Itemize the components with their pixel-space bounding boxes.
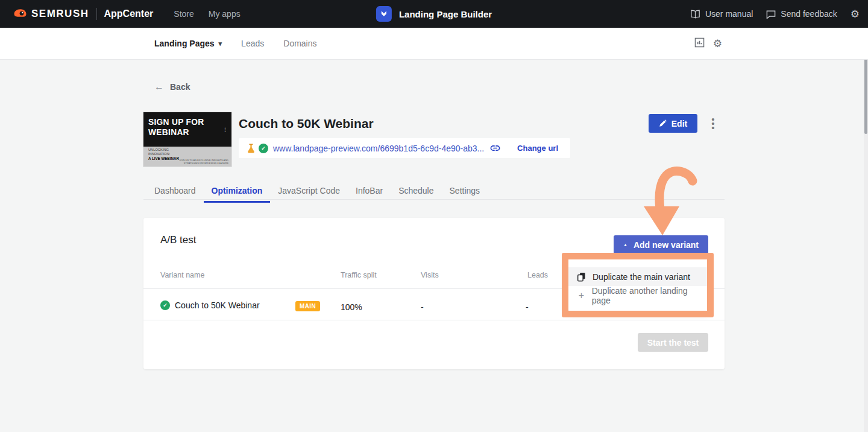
- leads-value: -: [526, 302, 529, 312]
- url-verified-icon: ✓: [259, 144, 268, 153]
- thumbnail-sub-3: A LIVE WEBINAR: [148, 156, 179, 160]
- scrollbar-track: [864, 28, 868, 432]
- caret-down-icon: ▾: [219, 40, 222, 48]
- back-button[interactable]: ← Back: [154, 81, 190, 92]
- thumbnail-tiny-text: JOIN US TO AN EXCLUSIVE INSIGHTS AND STR…: [179, 159, 228, 165]
- beaker-icon: [247, 144, 255, 153]
- thumbnail-heading-2: WEBINAR: [148, 127, 221, 137]
- table-row: ✓ Couch to 50K Webinar: [160, 300, 260, 310]
- brand-suffix: AppCenter: [104, 8, 154, 19]
- send-feedback-link[interactable]: Send feedback: [766, 9, 837, 19]
- tabs-divider: [143, 199, 725, 200]
- book-icon: [690, 10, 700, 19]
- tab-optimization[interactable]: Optimization: [204, 185, 271, 203]
- col-variant-name: Variant name: [160, 271, 204, 279]
- visits-value: -: [421, 302, 424, 312]
- feedback-bubble-icon: [766, 10, 776, 19]
- app-subnav: Landing Pages ▾ Leads Domains ⚙: [0, 28, 868, 60]
- tab-schedule[interactable]: Schedule: [391, 185, 441, 203]
- menu-item-duplicate-another-page[interactable]: + Duplicate another landing page: [568, 286, 708, 305]
- thumbnail-sub-1: UNLOCKING: [148, 148, 224, 152]
- duplicate-icon: [577, 272, 587, 282]
- landing-page-thumbnail: SIGN UP FOR WEBINAR ⋮ UNLOCKING INNOVATI…: [143, 112, 231, 167]
- edit-button[interactable]: Edit: [649, 114, 697, 133]
- variant-name: Couch to 50K Webinar: [175, 300, 260, 310]
- preview-url-link[interactable]: www.landpage-preview.com/6699b1d5-6c9d-4…: [273, 144, 484, 153]
- main-variant-badge: MAIN: [295, 301, 320, 311]
- semrush-brand[interactable]: SEMRUSH AppCenter: [13, 7, 153, 21]
- page-title: Couch to 50K Webinar: [239, 116, 374, 131]
- tab-settings[interactable]: Settings: [442, 185, 488, 203]
- ab-test-title: A/B test: [160, 234, 197, 246]
- pencil-icon: [659, 119, 667, 127]
- col-visits: Visits: [421, 271, 439, 279]
- plus-icon: +: [577, 290, 586, 301]
- duplicate-another-page-label: Duplicate another landing page: [592, 286, 699, 305]
- page-settings-gear-icon[interactable]: ⚙: [713, 39, 722, 49]
- thumbnail-ellipsis-icon: ⋮: [222, 127, 228, 133]
- thumbnail-lower: UNLOCKING INNOVATION: A LIVE WEBINAR JOI…: [143, 147, 231, 167]
- tab-infobar[interactable]: InfoBar: [348, 185, 391, 203]
- thumbnail-hero: SIGN UP FOR WEBINAR ⋮: [143, 112, 231, 147]
- col-traffic-split: Traffic split: [341, 271, 377, 279]
- landing-pages-label: Landing Pages: [154, 39, 215, 48]
- topnav-my-apps[interactable]: My apps: [209, 9, 241, 19]
- topnav-store[interactable]: Store: [174, 9, 193, 19]
- brand-divider: [96, 8, 97, 20]
- start-the-test-button[interactable]: Start the test: [638, 333, 708, 352]
- brand-name: SEMRUSH: [31, 8, 89, 20]
- caret-up-icon: ▲: [623, 243, 627, 247]
- add-new-variant-button[interactable]: ▲ Add new variant: [614, 235, 708, 254]
- topbar-actions: User manual Send feedback ⚙: [690, 9, 860, 19]
- thumbnail-heading-1: SIGN UP FOR: [148, 116, 221, 127]
- subnav-domains[interactable]: Domains: [283, 39, 316, 48]
- app-header: Landing Page Builder: [376, 6, 492, 22]
- back-label: Back: [170, 82, 190, 92]
- analytics-icon[interactable]: [694, 37, 705, 49]
- topbar-nav: Store My apps: [174, 9, 240, 19]
- traffic-split-value: 100%: [341, 302, 362, 312]
- copy-link-icon[interactable]: [490, 143, 500, 153]
- page-kebab-menu[interactable]: •••: [709, 117, 717, 130]
- user-manual-link[interactable]: User manual: [690, 9, 753, 19]
- menu-item-duplicate-main-variant[interactable]: Duplicate the main variant: [568, 267, 708, 286]
- app-title: Landing Page Builder: [399, 9, 492, 19]
- back-arrow-icon: ←: [154, 81, 164, 92]
- tab-javascript-code[interactable]: JavaScript Code: [270, 185, 348, 203]
- duplicate-main-variant-label: Duplicate the main variant: [593, 272, 690, 282]
- scrollbar-thumb[interactable]: [864, 57, 867, 134]
- change-url-button[interactable]: Change url: [517, 144, 558, 153]
- landing-page-builder-app: SEMRUSH AppCenter Store My apps Landing …: [0, 0, 868, 432]
- col-leads: Leads: [527, 271, 548, 279]
- variant-active-icon: ✓: [160, 300, 170, 310]
- thumbnail-sub-2: INNOVATION:: [148, 152, 224, 156]
- page-tabs: Dashboard Optimization JavaScript Code I…: [146, 185, 488, 203]
- user-manual-label: User manual: [705, 9, 753, 19]
- subnav-leads[interactable]: Leads: [241, 39, 264, 48]
- edit-label: Edit: [671, 119, 687, 129]
- send-feedback-label: Send feedback: [781, 9, 837, 19]
- add-variant-dropdown: Duplicate the main variant + Duplicate a…: [568, 259, 708, 311]
- add-new-variant-label: Add new variant: [634, 240, 699, 250]
- url-bar: ✓ www.landpage-preview.com/6699b1d5-6c9d…: [239, 138, 570, 158]
- tab-dashboard[interactable]: Dashboard: [146, 185, 204, 203]
- settings-gear-icon[interactable]: ⚙: [851, 9, 860, 19]
- subnav-landing-pages[interactable]: Landing Pages ▾: [154, 39, 222, 48]
- table-row-divider: [143, 320, 725, 320]
- semrush-logo-icon: [13, 7, 27, 21]
- landing-page-builder-icon: [376, 6, 392, 22]
- topbar: SEMRUSH AppCenter Store My apps Landing …: [0, 0, 868, 28]
